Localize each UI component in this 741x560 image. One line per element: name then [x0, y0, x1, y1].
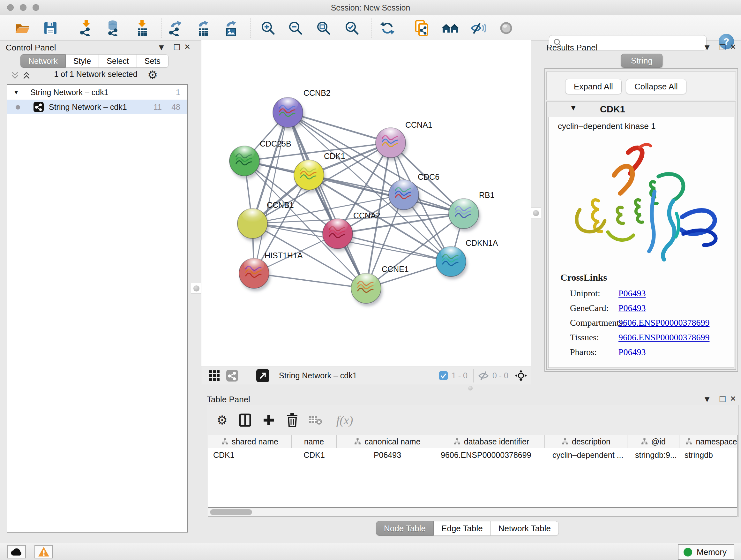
column-header-database-identifier[interactable]: database identifier — [438, 435, 545, 448]
left-splitter-handle[interactable] — [191, 283, 202, 294]
delete-column-trash-icon[interactable] — [283, 411, 301, 429]
export-network-icon[interactable] — [166, 20, 185, 37]
hidden-eye-slash-icon[interactable] — [478, 371, 489, 381]
scrollbar-thumb[interactable] — [210, 509, 252, 515]
zoom-out-icon[interactable] — [286, 20, 305, 37]
bird-eye-view-icon[interactable] — [497, 20, 515, 37]
crosslink-value-link[interactable]: 9606.ENSP00000378699 — [618, 330, 710, 345]
right-splitter-handle[interactable] — [530, 207, 541, 219]
tab-network-table[interactable]: Network Table — [491, 521, 559, 536]
tab-select[interactable]: Select — [99, 54, 137, 68]
network-node-cdkn1a[interactable]: CDKN1A — [436, 239, 498, 279]
open-session-icon[interactable] — [13, 20, 31, 37]
selected-checkbox-icon[interactable] — [439, 371, 448, 380]
export-table-icon[interactable] — [194, 20, 212, 37]
node-table-body: CDK1CDK1P064939606.ENSP00000378699cyclin… — [208, 448, 737, 462]
column-header-canonical-name[interactable]: canonical name — [337, 435, 438, 448]
tab-edge-table[interactable]: Edge Table — [434, 521, 491, 536]
column-header-name[interactable]: name — [292, 435, 337, 448]
clone-network-icon[interactable] — [413, 20, 431, 37]
tab-sets[interactable]: Sets — [137, 54, 169, 68]
cloud-status-icon[interactable] — [7, 545, 26, 558]
network-edge[interactable] — [309, 175, 464, 213]
control-panel-float-icon[interactable]: □ — [173, 42, 181, 51]
crosslink-value-link[interactable]: P06493 — [618, 301, 646, 315]
network-node-ccnb1[interactable]: CCNB1 — [238, 200, 294, 241]
import-table-icon[interactable] — [133, 20, 151, 37]
first-neighbors-icon[interactable] — [441, 20, 459, 37]
tab-string[interactable]: String — [621, 54, 663, 68]
table-cell[interactable]: stringdb — [679, 450, 738, 460]
grid-view-icon[interactable] — [209, 370, 219, 381]
tab-network[interactable]: Network — [20, 54, 66, 68]
refresh-layout-icon[interactable] — [379, 20, 396, 37]
column-label: description — [572, 437, 610, 446]
results-panel-close-icon[interactable]: ✕ — [730, 43, 736, 51]
crosslink-value-link[interactable]: P06493 — [618, 286, 646, 301]
network-collection-row[interactable]: ▼ String Network – cdk1 1 — [7, 85, 187, 100]
table-cell[interactable]: CDK1 — [292, 450, 337, 460]
memory-button[interactable]: Memory — [678, 544, 734, 560]
results-panel-collapse-icon[interactable]: ▼ — [704, 44, 710, 51]
network-row[interactable]: String Network – cdk1 11 48 — [7, 100, 187, 114]
show-columns-icon[interactable] — [236, 411, 254, 429]
table-settings-gear-icon[interactable]: ⚙ — [213, 411, 231, 429]
crosslink-value-link[interactable]: P06493 — [618, 345, 646, 360]
import-database-icon[interactable] — [105, 20, 122, 37]
results-panel-float-icon[interactable]: □ — [719, 42, 726, 51]
import-network-icon[interactable] — [77, 20, 95, 37]
zoom-fit-icon[interactable] — [315, 20, 333, 37]
tab-style[interactable]: Style — [66, 54, 99, 68]
show-hide-graphics-icon[interactable] — [469, 20, 487, 37]
table-panel-collapse-icon[interactable]: ▼ — [704, 395, 710, 403]
collapse-all-button[interactable]: Collapse All — [626, 79, 686, 94]
control-panel-close-icon[interactable]: ✕ — [184, 43, 191, 51]
cdk1-collapse-icon[interactable]: ▼ — [571, 105, 576, 111]
network-node-cdk1[interactable]: CDK1 — [294, 152, 345, 193]
network-share-view-icon[interactable] — [226, 370, 238, 381]
zoom-in-icon[interactable] — [259, 20, 277, 37]
table-cell[interactable]: P06493 — [337, 450, 438, 460]
export-image-icon[interactable] — [222, 20, 240, 37]
expand-all-button[interactable]: Expand All — [565, 79, 622, 94]
column-type-icon — [221, 438, 228, 445]
column-header-namespace[interactable]: namespace — [679, 435, 738, 448]
column-header-shared-name[interactable]: shared name — [208, 435, 292, 448]
tab-node-table[interactable]: Node Table — [376, 521, 434, 536]
column-header-description[interactable]: description — [545, 435, 627, 448]
network-node-cdc6[interactable]: CDC6 — [389, 172, 440, 212]
save-session-icon[interactable] — [42, 20, 59, 37]
collection-expand-icon[interactable]: ▼ — [14, 85, 18, 100]
crosslink-value-link[interactable]: 9606.ENSP00000378699 — [618, 315, 710, 330]
cdk1-group-header[interactable]: ▼ CDK1 — [546, 102, 736, 117]
warning-status-icon[interactable] — [35, 545, 53, 558]
network-edge[interactable] — [254, 273, 366, 288]
table-cell[interactable]: cyclin–dependent ... — [545, 450, 627, 460]
network-edge[interactable] — [254, 112, 288, 273]
zoom-selected-icon[interactable] — [343, 20, 361, 37]
table-panel-float-icon[interactable]: □ — [719, 394, 726, 403]
network-edge[interactable] — [288, 112, 366, 288]
table-cell[interactable]: 9606.ENSP00000378699 — [438, 450, 545, 460]
node-table[interactable]: shared namenamecanonical namedatabase id… — [208, 435, 738, 508]
open-in-window-icon[interactable] — [256, 369, 269, 382]
table-panel-close-icon[interactable]: ✕ — [730, 394, 736, 403]
column-header--id[interactable]: @id — [627, 435, 679, 448]
table-cell[interactable]: CDK1 — [208, 450, 292, 460]
table-row[interactable]: CDK1CDK1P064939606.ENSP00000378699cyclin… — [208, 448, 737, 462]
table-horizontal-scrollbar[interactable] — [208, 508, 738, 516]
table-cell[interactable]: stringdb:9... — [627, 450, 679, 460]
add-column-icon[interactable] — [260, 411, 278, 429]
control-panel-collapse-icon[interactable]: ▼ — [159, 44, 164, 51]
network-node-ccnb2[interactable]: CCNB2 — [273, 88, 331, 130]
function-builder-icon[interactable]: f(x) — [329, 411, 360, 429]
network-node-ccne1[interactable]: CCNE1 — [351, 265, 409, 306]
horizontal-splitter-handle[interactable] — [468, 386, 473, 390]
network-canvas[interactable]: CCNB2CCNA1CDC25BCDK1CDC6RB1CCNB1CCNA2CDK… — [201, 40, 531, 367]
fit-selected-crosshair-icon[interactable] — [515, 369, 527, 382]
network-node-hist1h1a[interactable]: HIST1H1A — [239, 251, 303, 291]
network-options-gear-icon[interactable]: ⚙ — [147, 68, 158, 81]
network-node-rb1[interactable]: RB1 — [449, 191, 495, 232]
crosslink-row: GeneCard:P06493 — [560, 301, 733, 315]
network-node-ccna1[interactable]: CCNA1 — [376, 120, 432, 161]
